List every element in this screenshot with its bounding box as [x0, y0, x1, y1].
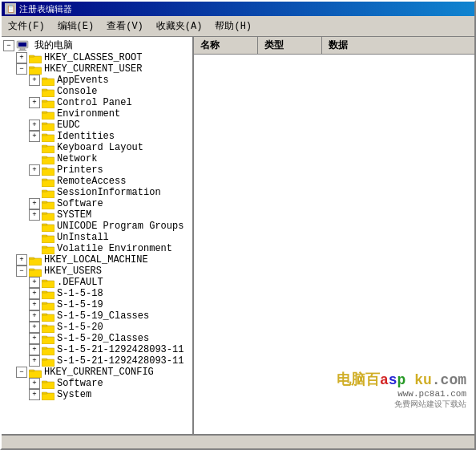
- node-label-default: .DEFAULT: [57, 277, 103, 288]
- folder-icon: [42, 143, 54, 153]
- node-label-hkcu: HKEY_CURRENT_USER: [44, 63, 142, 75]
- tree-node-hklm[interactable]: + HKEY_LOCAL_MACHINE: [3, 254, 191, 266]
- svg-rect-9: [42, 78, 47, 79]
- collapse-icon[interactable]: −: [3, 40, 14, 51]
- tree-panel[interactable]: − 我的电脑+ HKEY_CLASSES_ROOT− HKEY_CURRENT_…: [2, 37, 194, 434]
- tree-node-console[interactable]: Console: [3, 86, 191, 97]
- expand-icon[interactable]: +: [29, 97, 40, 108]
- collapse-icon[interactable]: −: [16, 63, 27, 75]
- tree-node-uninstall[interactable]: UnInstall: [3, 232, 191, 243]
- node-label-unicode-pg: UNICODE Program Groups: [57, 221, 184, 232]
- folder-icon: [42, 165, 54, 176]
- tree-node-default[interactable]: + .DEFAULT: [3, 277, 191, 288]
- expand-icon[interactable]: +: [29, 120, 40, 131]
- tree-node-identities[interactable]: + Identities: [3, 131, 191, 142]
- svg-rect-48: [42, 303, 54, 310]
- node-label-identities: Identities: [57, 131, 115, 142]
- expand-icon[interactable]: +: [29, 333, 40, 344]
- computer-icon: [16, 40, 32, 51]
- tree-node-s-1-5-19-classes[interactable]: + S-1-5-19_Classes: [3, 310, 191, 322]
- expand-icon[interactable]: +: [29, 277, 40, 288]
- tree-node-network[interactable]: Network: [3, 153, 191, 164]
- expand-icon[interactable]: +: [29, 355, 40, 367]
- expand-icon[interactable]: +: [29, 164, 40, 176]
- svg-rect-4: [29, 56, 42, 63]
- tree-node-printers[interactable]: + Printers: [3, 164, 191, 176]
- collapse-icon[interactable]: −: [16, 266, 27, 277]
- collapse-icon[interactable]: −: [16, 367, 27, 378]
- menu-view[interactable]: 查看(V): [100, 18, 150, 34]
- node-label-my-computer: 我的电脑: [34, 39, 73, 52]
- node-label-control-panel: Control Panel: [57, 97, 132, 108]
- tree-node-system[interactable]: + SYSTEM: [3, 209, 191, 221]
- menu-file[interactable]: 文件(F): [2, 18, 51, 34]
- svg-rect-41: [29, 257, 34, 259]
- tree-node-hkcr[interactable]: + HKEY_CLASSES_ROOT: [3, 52, 191, 63]
- tree-node-system2[interactable]: + System: [3, 389, 191, 400]
- title-bar: 📋 注册表编辑器: [2, 2, 474, 16]
- tree-node-my-computer[interactable]: − 我的电脑: [3, 39, 191, 52]
- expand-icon[interactable]: +: [29, 288, 40, 299]
- menu-favorites[interactable]: 收藏夹(A): [150, 18, 209, 34]
- tree-node-keyboard-layout[interactable]: Keyboard Layout: [3, 142, 191, 153]
- menu-help[interactable]: 帮助(H): [208, 18, 258, 34]
- tree-node-eudc[interactable]: + EUDC: [3, 120, 191, 131]
- tree-node-s-1-5-19[interactable]: + S-1-5-19: [3, 299, 191, 310]
- svg-rect-15: [42, 111, 47, 113]
- svg-rect-1: [18, 43, 26, 47]
- expand-icon[interactable]: +: [29, 198, 40, 209]
- expand-icon[interactable]: +: [29, 389, 40, 400]
- expand-icon[interactable]: +: [29, 322, 40, 333]
- expand-icon[interactable]: +: [16, 254, 27, 266]
- tree-node-hkcc[interactable]: − HKEY_CURRENT_CONFIG: [3, 367, 191, 378]
- tree-node-software[interactable]: + Software: [3, 198, 191, 209]
- menu-edit[interactable]: 编辑(E): [51, 18, 101, 34]
- svg-rect-12: [42, 101, 54, 108]
- node-label-session-info: SessionInformation: [57, 187, 161, 198]
- svg-rect-34: [42, 225, 54, 232]
- folder-icon: [42, 289, 54, 299]
- tree-node-s-1-5-18[interactable]: + S-1-5-18: [3, 288, 191, 299]
- expand-icon[interactable]: +: [29, 131, 40, 142]
- tree-node-hkcu[interactable]: − HKEY_CURRENT_USER: [3, 63, 191, 75]
- folder-icon: [42, 334, 54, 344]
- tree-node-unicode-pg[interactable]: UNICODE Program Groups: [3, 221, 191, 232]
- tree-node-s-1-5-20[interactable]: + S-1-5-20: [3, 322, 191, 333]
- tree-node-s-1-5-20-classes[interactable]: + S-1-5-20_Classes: [3, 333, 191, 344]
- menu-bar: 文件(F) 编辑(E) 查看(V) 收藏夹(A) 帮助(H): [2, 16, 474, 37]
- svg-rect-20: [42, 146, 54, 153]
- node-label-printers: Printers: [57, 164, 103, 176]
- tree-node-volatile-env[interactable]: Volatile Environment: [3, 243, 191, 254]
- tree-node-software2[interactable]: + Software: [3, 378, 191, 389]
- folder-icon: [42, 210, 54, 221]
- expand-icon[interactable]: +: [29, 209, 40, 221]
- expand-icon[interactable]: +: [16, 52, 27, 63]
- expand-icon[interactable]: +: [29, 344, 40, 355]
- svg-rect-55: [42, 336, 47, 338]
- expand-icon[interactable]: +: [29, 378, 40, 389]
- tree-node-remote-access[interactable]: RemoteAccess: [3, 176, 191, 187]
- tree-node-control-panel[interactable]: + Control Panel: [3, 97, 191, 108]
- tree-node-s-1-5-21-1[interactable]: + S-1-5-21-1292428093-11: [3, 344, 191, 355]
- expand-icon[interactable]: +: [29, 310, 40, 322]
- svg-rect-57: [42, 347, 47, 349]
- tree-node-session-info[interactable]: SessionInformation: [3, 187, 191, 198]
- folder-icon: [42, 300, 54, 310]
- expand-icon[interactable]: +: [29, 75, 40, 86]
- folder-icon: [42, 199, 54, 209]
- folder-icon: [42, 244, 54, 254]
- node-label-s-1-5-20: S-1-5-20: [57, 322, 103, 333]
- tree-node-s-1-5-21-2[interactable]: + S-1-5-21-1292428093-11: [3, 355, 191, 367]
- tree-node-environment[interactable]: Environment: [3, 108, 191, 120]
- tree-node-hku[interactable]: − HKEY_USERS: [3, 266, 191, 277]
- expand-icon[interactable]: +: [29, 299, 40, 310]
- tree-node-appevents[interactable]: + AppEvents: [3, 75, 191, 86]
- svg-rect-43: [29, 269, 34, 270]
- main-window: 📋 注册表编辑器 文件(F) 编辑(E) 查看(V) 收藏夹(A) 帮助(H) …: [0, 0, 476, 450]
- node-label-eudc: EUDC: [57, 120, 80, 131]
- svg-rect-6: [29, 67, 42, 75]
- svg-rect-63: [42, 381, 47, 383]
- folder-icon: [42, 345, 54, 355]
- node-label-s-1-5-19-classes: S-1-5-19_Classes: [57, 310, 149, 322]
- folder-icon: [29, 53, 42, 63]
